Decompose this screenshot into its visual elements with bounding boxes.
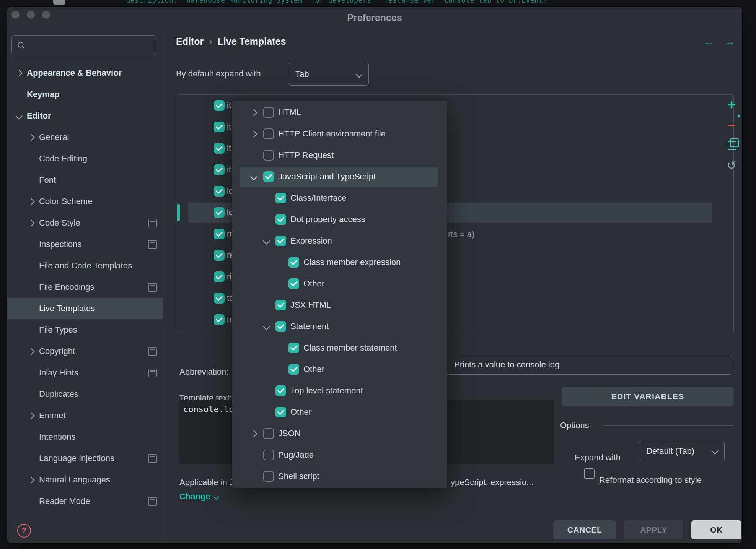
- context-checkbox[interactable]: [288, 343, 299, 353]
- chevron-right-icon[interactable]: [26, 478, 36, 482]
- chevron-down-icon[interactable]: [263, 323, 270, 330]
- chevron-right-icon[interactable]: [26, 349, 36, 354]
- template-enabled-checkbox[interactable]: [214, 271, 225, 282]
- context-item-json[interactable]: JSON: [232, 423, 447, 444]
- forward-arrow-icon[interactable]: →: [723, 35, 736, 48]
- template-enabled-checkbox[interactable]: [214, 229, 225, 239]
- context-checkbox[interactable]: [288, 364, 299, 375]
- context-checkbox[interactable]: [275, 193, 286, 203]
- context-checkbox[interactable]: [275, 385, 286, 396]
- context-checkbox[interactable]: [275, 407, 286, 417]
- sidebar-item-inlay-hints[interactable]: Inlay Hints: [7, 362, 163, 383]
- template-enabled-checkbox[interactable]: [214, 186, 225, 197]
- template-enabled-checkbox[interactable]: [214, 100, 225, 111]
- chevron-right-icon[interactable]: [250, 430, 257, 437]
- apply-button[interactable]: APPLY: [624, 520, 683, 539]
- sidebar-item-copyright[interactable]: Copyright: [7, 341, 163, 362]
- sidebar-item-file-and-code-templates[interactable]: File and Code Templates: [7, 255, 163, 276]
- context-item-javascript-and-typescript[interactable]: JavaScript and TypeScript: [232, 166, 447, 187]
- context-item-top-level-statement[interactable]: Top level statement: [232, 380, 447, 401]
- chevron-right-icon[interactable]: [14, 71, 24, 76]
- change-link[interactable]: Change: [179, 492, 218, 502]
- context-checkbox[interactable]: [275, 300, 286, 310]
- context-checkbox[interactable]: [275, 321, 286, 332]
- context-item-class-member-statement[interactable]: Class member statement: [232, 337, 447, 359]
- context-checkbox[interactable]: [288, 278, 299, 289]
- context-checkbox[interactable]: [263, 150, 274, 161]
- context-checkbox[interactable]: [263, 171, 274, 182]
- back-arrow-icon[interactable]: ←: [702, 35, 715, 48]
- template-enabled-checkbox[interactable]: [214, 122, 225, 132]
- help-button[interactable]: ?: [17, 524, 31, 538]
- sidebar-item-natural-languages[interactable]: Natural Languages: [7, 469, 163, 491]
- sidebar-item-file-types[interactable]: File Types: [7, 319, 163, 341]
- context-item-statement[interactable]: Statement: [232, 316, 447, 337]
- context-item-shell-script[interactable]: Shell script: [232, 466, 447, 487]
- chevron-down-icon[interactable]: [263, 237, 270, 244]
- sidebar-item-color-scheme[interactable]: Color Scheme: [7, 191, 163, 212]
- options-expand-with-select[interactable]: Default (Tab): [639, 441, 725, 461]
- duplicate-template-button[interactable]: [728, 141, 736, 150]
- sidebar-item-code-style[interactable]: Code Style: [7, 212, 163, 234]
- reformat-checkbox[interactable]: [584, 468, 595, 479]
- context-item-other[interactable]: Other: [232, 401, 447, 423]
- sidebar-item-appearance-behavior[interactable]: Appearance & Behavior: [7, 62, 163, 84]
- context-item-class-member-expression[interactable]: Class member expression: [232, 252, 447, 273]
- context-checkbox[interactable]: [275, 214, 286, 225]
- remove-template-button[interactable]: −: [724, 118, 739, 133]
- sidebar-item-reader-mode[interactable]: Reader Mode: [7, 491, 163, 512]
- context-checkbox[interactable]: [263, 428, 274, 439]
- context-item-dot-property-access[interactable]: Dot property access: [232, 209, 447, 230]
- template-enabled-checkbox[interactable]: [214, 293, 225, 304]
- template-enabled-checkbox[interactable]: [214, 314, 225, 325]
- expand-with-select[interactable]: Tab: [288, 63, 369, 86]
- template-enabled-checkbox[interactable]: [214, 250, 225, 261]
- context-item-jsx-html[interactable]: JSX HTML: [232, 294, 447, 316]
- sidebar-item-live-templates[interactable]: Live Templates: [7, 298, 163, 319]
- sidebar-item-emmet[interactable]: Emmet: [7, 405, 163, 426]
- settings-search[interactable]: [11, 35, 156, 55]
- sidebar-item-code-editing[interactable]: Code Editing: [7, 148, 163, 169]
- chevron-right-icon[interactable]: [250, 130, 257, 137]
- template-enabled-checkbox[interactable]: [214, 207, 225, 218]
- chevron-right-icon[interactable]: [26, 199, 36, 204]
- context-checkbox[interactable]: [263, 128, 274, 139]
- context-item-class-interface[interactable]: Class/Interface: [232, 187, 447, 209]
- context-checkbox[interactable]: [263, 471, 274, 482]
- context-item-other[interactable]: Other: [232, 359, 447, 380]
- context-item-html[interactable]: HTML: [232, 102, 447, 123]
- chevron-down-icon[interactable]: [14, 114, 24, 119]
- context-checkbox[interactable]: [263, 107, 274, 118]
- chevron-right-icon[interactable]: [26, 135, 36, 140]
- ok-button[interactable]: OK: [691, 520, 741, 539]
- chevron-right-icon[interactable]: [250, 109, 257, 116]
- context-item-expression[interactable]: Expression: [232, 230, 447, 252]
- template-enabled-checkbox[interactable]: [214, 164, 225, 175]
- sidebar-item-inspections[interactable]: Inspections: [7, 234, 163, 255]
- sidebar-item-font[interactable]: Font: [7, 169, 163, 191]
- context-item-http-request[interactable]: HTTP Request: [232, 145, 447, 166]
- context-checkbox[interactable]: [288, 257, 299, 268]
- description-input[interactable]: Prints a value to console.log: [436, 356, 732, 375]
- add-template-button[interactable]: +: [724, 96, 739, 112]
- context-checkbox[interactable]: [263, 450, 274, 460]
- sidebar-item-editor[interactable]: Editor: [7, 105, 163, 127]
- context-item-other[interactable]: Other: [232, 273, 447, 294]
- sidebar-item-file-encodings[interactable]: File Encodings: [7, 276, 163, 298]
- chevron-right-icon[interactable]: [26, 221, 36, 226]
- search-input[interactable]: [29, 40, 150, 51]
- breadcrumb-section[interactable]: Editor: [176, 36, 204, 47]
- edit-variables-button[interactable]: EDIT VARIABLES: [562, 387, 734, 406]
- sidebar-item-language-injections[interactable]: Language Injections: [7, 448, 163, 469]
- sidebar-item-general[interactable]: General: [7, 127, 163, 148]
- restore-defaults-button[interactable]: ↺: [724, 159, 739, 172]
- sidebar-item-keymap[interactable]: Keymap: [7, 84, 163, 105]
- chevron-right-icon[interactable]: [26, 413, 36, 418]
- sidebar-item-intentions[interactable]: Intentions: [7, 426, 163, 448]
- context-item-http-client-environment-file[interactable]: HTTP Client environment file: [232, 123, 447, 145]
- template-enabled-checkbox[interactable]: [214, 143, 225, 154]
- context-checkbox[interactable]: [275, 236, 286, 246]
- cancel-button[interactable]: CANCEL: [553, 520, 616, 539]
- context-item-pug-jade[interactable]: Pug/Jade: [232, 444, 447, 466]
- sidebar-item-duplicates[interactable]: Duplicates: [7, 383, 163, 405]
